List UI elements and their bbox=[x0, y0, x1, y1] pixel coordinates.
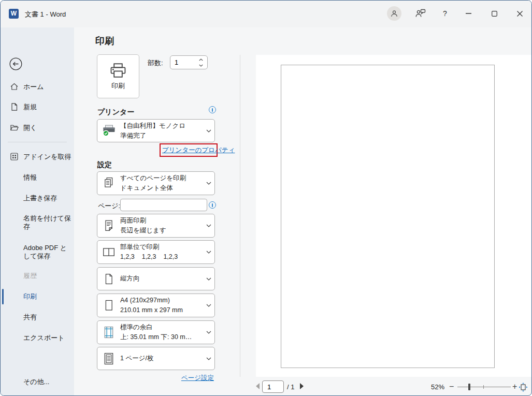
backstage-sidebar: ホーム 新規 開く アドインを取得 bbox=[1, 27, 74, 396]
dropdown-line1: 標準の余白 bbox=[120, 322, 203, 332]
settings-section-heading: 設定 bbox=[97, 160, 112, 170]
dropdown-line1: 両面印刷 bbox=[120, 216, 203, 226]
zoom-in-button[interactable]: + bbox=[512, 382, 517, 391]
orientation-dropdown[interactable]: 縦方向 bbox=[97, 267, 215, 290]
sidebar-item-label: Adobe PDF として保存 bbox=[23, 244, 67, 260]
print-preview-panel bbox=[256, 55, 531, 377]
page-number-box bbox=[262, 380, 284, 393]
sidebar-item-save-as-adobe-pdf[interactable]: Adobe PDF として保存 bbox=[1, 242, 72, 262]
zoom-slider-thumb[interactable] bbox=[468, 384, 470, 390]
dropdown-line1: すべてのページを印刷 bbox=[120, 173, 203, 183]
page-title: 印刷 bbox=[95, 35, 114, 47]
chevron-down-icon bbox=[206, 304, 211, 307]
sidebar-item-save-as[interactable]: 名前を付けて保存 bbox=[1, 213, 72, 232]
feedback-button[interactable] bbox=[412, 6, 428, 21]
portrait-orientation-icon bbox=[104, 273, 114, 285]
printer-dropdown[interactable]: 【自由利用】モノクロ 準備完了 bbox=[97, 119, 215, 142]
sidebar-item-label: 開く bbox=[23, 124, 37, 131]
copies-stepper bbox=[170, 55, 208, 69]
paper-size-icon bbox=[104, 299, 113, 312]
dropdown-line2: ドキュメント全体 bbox=[120, 183, 203, 193]
dropdown-line1: 縦方向 bbox=[120, 274, 203, 284]
sidebar-divider bbox=[8, 142, 67, 142]
printer-section-heading: プリンター bbox=[97, 108, 134, 117]
pages-per-sheet-dropdown[interactable]: 1 ページ/枚 bbox=[97, 347, 215, 370]
sidebar-item-more[interactable]: その他... bbox=[1, 373, 74, 391]
sidebar-item-label: エクスポート bbox=[23, 334, 65, 342]
window-title: 文書 1 - Word bbox=[25, 10, 66, 19]
pages-range-input[interactable] bbox=[120, 199, 207, 211]
printer-name: 【自由利用】モノクロ bbox=[120, 121, 203, 131]
close-button[interactable] bbox=[512, 6, 527, 21]
home-icon bbox=[10, 82, 19, 91]
zoom-to-page-button[interactable] bbox=[519, 383, 528, 392]
selected-item-indicator bbox=[2, 289, 4, 304]
sidebar-item-info[interactable]: 情報 bbox=[1, 169, 74, 186]
print-button-label: 印刷 bbox=[111, 81, 125, 91]
printer-info-icon[interactable] bbox=[209, 106, 216, 113]
word-window: W 文書 1 - Word ? bbox=[0, 0, 532, 396]
sidebar-item-label: 新規 bbox=[23, 103, 37, 111]
sidebar-item-label: 印刷 bbox=[23, 292, 37, 300]
paper-size-dropdown[interactable]: A4 (210x297mm) 210.01 mm x 297 mm bbox=[97, 294, 215, 317]
new-document-icon bbox=[10, 102, 19, 111]
sidebar-item-label: 名前を付けて保存 bbox=[23, 214, 71, 230]
sidebar-item-label: ホーム bbox=[23, 83, 44, 91]
chevron-up-icon bbox=[199, 58, 203, 61]
sidebar-item-open[interactable]: 開く bbox=[1, 119, 74, 137]
sidebar-item-label: アドインを取得 bbox=[23, 153, 71, 160]
previous-page-button[interactable] bbox=[254, 383, 262, 392]
collation-dropdown[interactable]: 部単位で印刷 1,2,3 1,2,3 1,2,3 bbox=[97, 240, 215, 264]
zoom-percentage: 52% bbox=[431, 383, 444, 391]
chevron-down-icon bbox=[206, 277, 211, 281]
margins-icon bbox=[103, 326, 114, 339]
minimize-icon bbox=[466, 13, 471, 14]
sidebar-item-print[interactable]: 印刷 bbox=[1, 288, 74, 305]
printer-status-icon bbox=[102, 125, 116, 137]
help-button[interactable]: ? bbox=[437, 6, 453, 21]
sidebar-item-label: 共有 bbox=[23, 313, 37, 321]
person-icon bbox=[390, 9, 399, 18]
duplex-print-icon bbox=[103, 219, 114, 232]
page-setup-link-wrap: ページ設定 bbox=[97, 373, 214, 383]
copies-decrement-button[interactable] bbox=[197, 62, 205, 68]
dropdown-line1: A4 (210x297mm) bbox=[120, 296, 203, 305]
sidebar-item-share[interactable]: 共有 bbox=[1, 309, 74, 326]
print-button[interactable]: 印刷 bbox=[97, 54, 139, 98]
person-chat-icon bbox=[414, 9, 426, 18]
previous-page-icon bbox=[254, 383, 261, 390]
sidebar-item-get-addins[interactable]: アドインを取得 bbox=[1, 148, 74, 166]
sidebar-item-save[interactable]: 上書き保存 bbox=[1, 189, 74, 207]
printer-properties-link[interactable]: プリンターのプロパティ bbox=[162, 146, 235, 155]
sidebar-item-export[interactable]: エクスポート bbox=[1, 329, 74, 347]
pages-per-sheet-icon bbox=[103, 352, 114, 365]
printer-icon bbox=[109, 63, 127, 78]
margins-dropdown[interactable]: 標準の余白 上: 35.01 mm 下: 30 m… bbox=[97, 320, 215, 344]
current-page-input[interactable] bbox=[263, 381, 283, 392]
zoom-out-button[interactable]: − bbox=[449, 382, 454, 391]
sidebar-item-history: 履歴 bbox=[1, 267, 74, 285]
sidebar-item-label: 履歴 bbox=[23, 272, 37, 280]
zoom-slider-track[interactable] bbox=[457, 387, 511, 387]
print-all-pages-icon bbox=[103, 177, 114, 190]
maximize-button[interactable] bbox=[486, 6, 502, 21]
account-avatar[interactable] bbox=[387, 6, 401, 21]
title-bar: W 文書 1 - Word ? bbox=[1, 1, 531, 27]
duplex-dropdown[interactable]: 両面印刷 長辺を綴じます bbox=[97, 214, 215, 238]
next-page-button[interactable] bbox=[299, 383, 306, 392]
copies-input[interactable] bbox=[175, 57, 195, 67]
sidebar-item-new[interactable]: 新規 bbox=[1, 98, 74, 116]
chevron-down-icon bbox=[206, 182, 211, 185]
printer-status: 準備完了 bbox=[120, 131, 203, 141]
pages-info-icon[interactable] bbox=[209, 201, 216, 209]
print-range-dropdown[interactable]: すべてのページを印刷 ドキュメント全体 bbox=[97, 171, 215, 195]
sidebar-item-home[interactable]: ホーム bbox=[1, 78, 74, 96]
page-setup-link[interactable]: ページ設定 bbox=[181, 374, 214, 382]
dropdown-line1: 1 ページ/枚 bbox=[120, 354, 203, 363]
chevron-down-icon bbox=[206, 251, 211, 254]
close-icon bbox=[517, 11, 523, 17]
back-arrow-icon bbox=[9, 57, 22, 70]
back-button[interactable] bbox=[9, 57, 22, 70]
dropdown-line2: 上: 35.01 mm 下: 30 m… bbox=[120, 332, 203, 342]
minimize-button[interactable] bbox=[461, 6, 476, 21]
